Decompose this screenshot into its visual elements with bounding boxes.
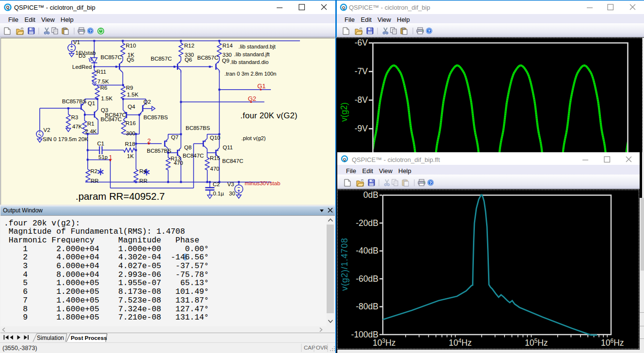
svg-text:minus30Vstab: minus30Vstab [245,180,280,186]
svg-text:V1: V1 [73,39,80,45]
svg-text:30: 30 [229,191,236,196]
svg-text:Edit: Edit [361,16,372,23]
svg-text:V2: V2 [44,127,50,133]
svg-text:.tran 0 3m 2.8m 100n: .tran 0 3m 2.8m 100n [224,71,276,77]
svg-text:Harmonic Frequency Magnitu: Harmonic Frequency Magnitude Phase [4,236,199,245]
svg-text:BC847C: BC847C [101,116,122,122]
svg-text:BC857BS: BC857BS [186,125,210,131]
svg-text:BC857C: BC857C [101,54,122,60]
svg-text:R15: R15 [210,155,220,161]
svg-text:File: File [346,167,356,175]
svg-text:?: ? [429,180,432,185]
svg-text:-60dB: -60dB [356,274,378,284]
svg-text:v(g2)/1.4708: v(g2)/1.4708 [340,238,349,290]
svg-text:.lib standard.bjt: .lib standard.bjt [238,44,276,49]
svg-text:Q11: Q11 [223,144,233,150]
svg-text:BC857C: BC857C [151,56,172,62]
svg-text:Help: Help [61,16,74,23]
svg-text:47K: 47K [72,124,82,129]
svg-text:Magnitude of Fundamental(RMS):: Magnitude of Fundamental(RMS): 1.4708 [4,227,185,236]
svg-text:330: 330 [222,52,232,58]
svg-text:R11: R11 [96,69,106,75]
svg-text:?: ? [428,28,431,33]
svg-text:Q8: Q8 [184,144,191,150]
svg-text:7.5K: 7.5K [97,79,109,84]
svg-text:.four 20k v(g2):: .four 20k v(g2): [4,219,80,228]
svg-text:File: File [8,16,18,23]
svg-text:BC857BS: BC857BS [143,114,168,120]
svg-text:Edit: Edit [362,167,374,175]
svg-text:Q9: Q9 [222,58,229,64]
svg-text:QSPICE™ - ciclotron_dif_bip: QSPICE™ - ciclotron_dif_bip [14,4,95,11]
svg-text:CAP: CAP [304,345,315,351]
svg-text:0.1µ: 0.1µ [213,191,224,196]
svg-text:View: View [41,16,55,23]
svg-text:D3: D3 [79,53,86,59]
svg-text:V3: V3 [227,181,234,187]
svg-text:R14: R14 [222,43,233,48]
svg-text:RR: RR [140,178,148,184]
svg-text:OVR: OVR [316,345,328,351]
svg-text:R9: R9 [126,85,133,91]
svg-text:R12: R12 [184,43,194,48]
svg-text:Q6: Q6 [185,57,192,63]
svg-text:Post Process: Post Process [71,335,107,341]
svg-text:Q5: Q5 [127,57,134,63]
svg-text:Edit: Edit [25,16,36,23]
svg-text:8 1.600e+05 7.324e-08: 8 1.600e+05 7.324e-08 127.47° [4,305,209,314]
svg-text:-6V: -6V [355,38,368,48]
svg-text:SIN 0 179.5m 20K: SIN 0 179.5m 20K [43,136,88,142]
svg-text:300: 300 [126,130,135,136]
svg-text:.param RR=40952.7: .param RR=40952.7 [76,191,165,202]
svg-text:Q10: Q10 [210,135,220,141]
svg-text:Q7: Q7 [171,134,178,140]
svg-text:1.5K: 1.5K [127,92,139,97]
svg-text:-80dB: -80dB [356,302,378,311]
svg-text:G1: G1 [257,82,266,90]
svg-text:2: 2 [147,137,151,144]
svg-text:R1: R1 [87,121,94,127]
svg-text:1K: 1K [127,153,134,159]
svg-text:.lib standard.jft: .lib standard.jft [234,51,270,57]
svg-text:File: File [345,16,355,23]
svg-text:BC847C: BC847C [222,158,243,164]
svg-text:View: View [377,16,392,23]
svg-text:Output Window: Output Window [3,207,43,214]
svg-text:v(g2): v(g2) [339,102,349,122]
svg-text:Q: Q [6,5,10,10]
svg-text:.lib standard.dio: .lib standard.dio [230,59,269,65]
svg-text:-7V: -7V [355,66,368,76]
svg-text:R4: R4 [140,168,147,174]
svg-text:C1: C1 [97,141,105,146]
svg-text:0dB: 0dB [363,190,378,200]
svg-text:1 2.000e+04 1.000e+00: 1 2.000e+04 1.000e+00 0.00° [4,244,209,254]
svg-text:-8V: -8V [355,95,368,105]
svg-text:-40dB: -40dB [356,246,378,256]
svg-text:470: 470 [174,160,183,166]
svg-text:2 4.000e+04 4.302e-04: 2 4.000e+04 4.302e-04 -146.56° [4,253,209,262]
svg-text:BC857C: BC857C [197,55,218,61]
svg-text:4 8.000e+04 2.993e-06: 4 8.000e+04 2.993e-06 -75.78° [4,270,209,279]
svg-text:6 1.200e+05 8.173e-08: 6 1.200e+05 8.173e-08 101.49° [4,287,209,296]
svg-text:Help: Help [397,16,410,23]
svg-text:Help: Help [398,167,411,175]
svg-text:470: 470 [210,166,220,172]
svg-text:R6: R6 [100,85,108,91]
svg-text:2.4K: 2.4K [85,128,97,134]
svg-text:Q: Q [342,5,345,10]
svg-text:BC857BS: BC857BS [62,98,87,104]
svg-text:?: ? [89,28,92,33]
svg-text:1: 1 [109,154,112,161]
svg-text:1.5K: 1.5K [101,96,113,101]
svg-text:RR: RR [91,178,99,184]
svg-text:Simulation: Simulation [37,335,64,341]
svg-text:-9V: -9V [355,124,368,133]
svg-text:R10: R10 [126,43,136,48]
svg-text:LedRed: LedRed [72,64,92,70]
svg-text:Q2: Q2 [143,99,151,105]
svg-text:7 1.400e+05 7.523e-08: 7 1.400e+05 7.523e-08 131.87° [4,296,209,305]
svg-text:-20dB: -20dB [356,218,378,228]
svg-text:View: View [379,167,393,175]
svg-text:BC857BS: BC857BS [147,148,172,154]
svg-text:C2: C2 [213,181,220,187]
